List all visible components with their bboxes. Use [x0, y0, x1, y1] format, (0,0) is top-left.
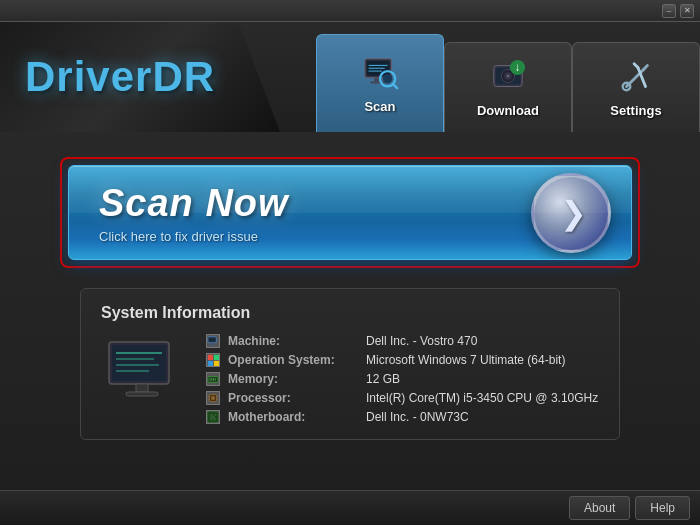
svg-rect-29 [126, 392, 158, 396]
memory-icon [206, 372, 220, 386]
svg-rect-33 [210, 344, 216, 345]
tab-scan[interactable]: Scan [316, 34, 444, 132]
tab-download[interactable]: ↓ Download [444, 42, 572, 132]
svg-rect-46 [211, 396, 214, 399]
main-container: DriverDR [0, 22, 700, 525]
processor-value: Intel(R) Core(TM) i5-3450 CPU @ 3.10GHz [366, 391, 598, 405]
svg-point-14 [507, 75, 510, 78]
scan-now-button[interactable]: Scan Now Click here to fix driver issue … [68, 165, 632, 260]
info-row-machine: Machine: Dell Inc. - Vostro 470 [206, 334, 599, 348]
info-row-processor: Processor: Intel(R) Core(TM) i5-3450 CPU… [206, 391, 599, 405]
svg-rect-35 [214, 355, 219, 360]
processor-label: Processor: [228, 391, 358, 405]
svg-rect-52 [210, 414, 213, 417]
svg-rect-31 [209, 338, 216, 342]
machine-icon [206, 334, 220, 348]
minimize-button[interactable]: – [662, 4, 676, 18]
svg-rect-28 [136, 384, 148, 392]
content-body: Scan Now Click here to fix driver issue … [0, 132, 700, 465]
board-icon [206, 410, 220, 424]
svg-line-21 [634, 64, 638, 68]
system-info-title: System Information [101, 304, 599, 322]
svg-text:↓: ↓ [515, 61, 521, 73]
machine-value: Dell Inc. - Vostro 470 [366, 334, 477, 348]
footer: About Help [0, 490, 700, 525]
svg-rect-43 [215, 378, 216, 381]
settings-tab-icon [616, 57, 656, 97]
info-row-os: Operation System: Microsoft Windows 7 Ul… [206, 353, 599, 367]
system-info-content: Machine: Dell Inc. - Vostro 470 [101, 334, 599, 424]
svg-rect-42 [213, 378, 214, 381]
info-row-motherboard: Motherboard: Dell Inc. - 0NW73C [206, 410, 599, 424]
header: DriverDR [0, 22, 700, 132]
scan-now-subtitle: Click here to fix driver issue [99, 229, 289, 244]
close-button[interactable]: ✕ [680, 4, 694, 18]
scan-arrow-button[interactable]: ❯ [531, 173, 611, 253]
info-row-memory: Memory: 12 GB [206, 372, 599, 386]
svg-rect-40 [210, 378, 211, 381]
svg-rect-54 [210, 418, 217, 421]
memory-label: Memory: [228, 372, 358, 386]
arrow-icon: ❯ [560, 194, 587, 232]
svg-rect-41 [211, 378, 212, 381]
scan-tab-icon [360, 53, 400, 93]
memory-value: 12 GB [366, 372, 400, 386]
motherboard-value: Dell Inc. - 0NW73C [366, 410, 469, 424]
nav-tabs: Scan ↓ Downloa [286, 22, 700, 132]
svg-rect-34 [208, 355, 213, 360]
svg-rect-37 [214, 361, 219, 366]
svg-rect-32 [211, 343, 214, 345]
cpu-icon [206, 391, 220, 405]
about-button[interactable]: About [569, 496, 630, 520]
scan-now-title: Scan Now [99, 182, 289, 225]
title-bar: – ✕ [0, 0, 700, 22]
system-info-panel: System Information [80, 288, 620, 440]
scan-now-container: Scan Now Click here to fix driver issue … [60, 157, 640, 268]
machine-label: Machine: [228, 334, 358, 348]
svg-rect-3 [371, 82, 386, 84]
window-controls: – ✕ [662, 4, 694, 18]
system-monitor-graphic [101, 334, 186, 414]
svg-rect-53 [214, 414, 217, 417]
scan-text-area: Scan Now Click here to fix driver issue [99, 182, 289, 244]
app-logo: DriverDR [25, 53, 215, 101]
tab-settings[interactable]: Settings [572, 42, 700, 132]
os-icon [206, 353, 220, 367]
scan-tab-label: Scan [364, 99, 395, 114]
download-tab-label: Download [477, 103, 539, 118]
os-label: Operation System: [228, 353, 358, 367]
svg-line-19 [644, 66, 648, 70]
svg-point-5 [383, 74, 393, 84]
motherboard-label: Motherboard: [228, 410, 358, 424]
svg-line-6 [393, 84, 397, 88]
logo-area: DriverDR [0, 22, 280, 132]
svg-rect-36 [208, 361, 213, 366]
download-tab-icon: ↓ [488, 57, 528, 97]
svg-rect-23 [112, 345, 166, 381]
system-info-table: Machine: Dell Inc. - Vostro 470 [206, 334, 599, 424]
help-button[interactable]: Help [635, 496, 690, 520]
settings-tab-label: Settings [610, 103, 661, 118]
os-value: Microsoft Windows 7 Ultimate (64-bit) [366, 353, 565, 367]
